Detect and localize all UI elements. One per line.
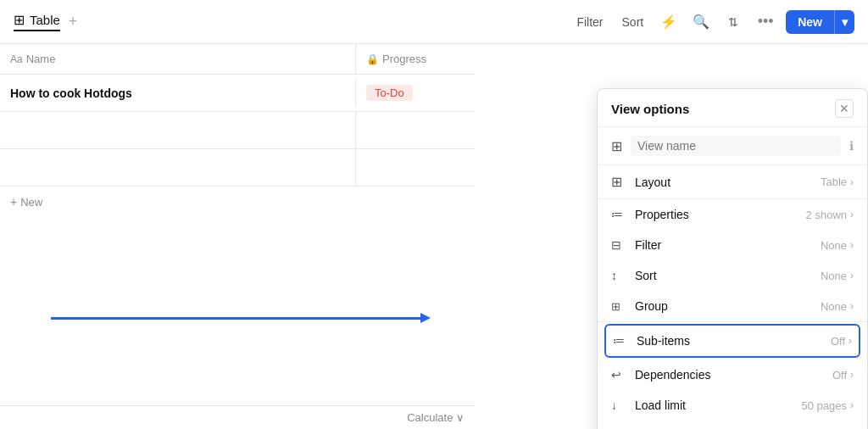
- sort-value: None: [821, 270, 847, 282]
- table-row[interactable]: How to cook Hotdogs To-Do: [0, 75, 475, 112]
- filter-button[interactable]: Filter: [571, 12, 608, 32]
- filter-arrows-icon[interactable]: ⇅: [721, 10, 745, 34]
- group-chevron: ›: [850, 300, 854, 312]
- table-tab[interactable]: ⊞ Table: [14, 12, 60, 31]
- loadlimit-icon: ↓: [611, 398, 635, 412]
- more-options-icon[interactable]: •••: [754, 10, 777, 34]
- panel-header: View options ✕: [598, 89, 867, 127]
- subitems-icon: ≔: [613, 334, 637, 348]
- filter-value: None: [821, 239, 847, 252]
- panel-row-group[interactable]: ⊞ Group None ›: [598, 291, 867, 321]
- dependencies-value: Off: [832, 369, 847, 382]
- panel-row-filter[interactable]: ⊟ Filter None ›: [598, 230, 867, 260]
- group-value: None: [821, 300, 847, 313]
- table-row-empty-2: [0, 149, 475, 187]
- col-header-progress: 🔒 Progress: [356, 44, 475, 74]
- loadlimit-chevron: ›: [850, 399, 854, 411]
- sort-chevron: ›: [850, 270, 854, 281]
- table-row-empty-1: [0, 112, 475, 149]
- row1-progress: To-Do: [356, 78, 475, 108]
- layout-label: Layout: [635, 176, 821, 189]
- table-area: Aa Name 🔒 Progress How to cook Hotdogs T…: [0, 44, 475, 429]
- panel-row-layout[interactable]: ⊞ Layout Table ›: [598, 165, 867, 198]
- subitems-value: Off: [831, 335, 845, 348]
- view-name-input[interactable]: [631, 136, 841, 156]
- panel-row-loadlimit[interactable]: ↓ Load limit 50 pages ›: [598, 390, 867, 421]
- filter-label: Filter: [635, 238, 821, 252]
- loadlimit-value: 50 pages: [802, 399, 848, 412]
- col-header-name: Aa Name: [0, 44, 356, 74]
- filter-chevron: ›: [850, 239, 854, 251]
- todo-badge: To-Do: [366, 85, 413, 101]
- table-header: Aa Name 🔒 Progress: [0, 44, 475, 75]
- lightning-icon[interactable]: ⚡: [657, 10, 681, 34]
- panel-row-sort[interactable]: ↕ Sort None ›: [598, 260, 867, 291]
- table-icon: ⊞: [14, 12, 25, 28]
- group-icon: ⊞: [611, 300, 635, 313]
- properties-label: Properties: [635, 208, 806, 221]
- dependencies-icon: ↩: [611, 368, 635, 382]
- panel-row-automations[interactable]: ⚡ Automations None ›: [598, 421, 867, 429]
- name-type-icon: Aa: [10, 53, 23, 65]
- subitems-label: Sub-items: [637, 334, 831, 348]
- tab-label-text: Table: [30, 13, 60, 27]
- panel-title: View options: [611, 102, 689, 116]
- sort-label: Sort: [635, 269, 821, 282]
- sort-button[interactable]: Sort: [617, 12, 649, 32]
- layout-value: Table: [821, 176, 847, 188]
- toolbar: Filter Sort ⚡ 🔍 ⇅ ••• New ▾: [571, 10, 854, 34]
- panel-row-properties[interactable]: ≔ Properties 2 shown ›: [598, 199, 867, 230]
- group-label: Group: [635, 299, 821, 313]
- view-options-panel: View options ✕ ⊞ ℹ ⊞ Layout Table › ≔ Pr…: [597, 88, 868, 429]
- dependencies-chevron: ›: [850, 369, 854, 381]
- dependencies-label: Dependencies: [635, 368, 832, 382]
- new-row-button[interactable]: + New: [0, 187, 475, 217]
- layout-chevron: ›: [850, 176, 854, 188]
- sort-icon: ↕: [611, 269, 635, 282]
- tab-area: ⊞ Table +: [14, 12, 81, 31]
- properties-chevron: ›: [850, 209, 854, 220]
- panel-row-dependencies[interactable]: ↩ Dependencies Off ›: [598, 359, 867, 390]
- new-button-label: New: [786, 10, 834, 34]
- panel-close-button[interactable]: ✕: [835, 99, 854, 118]
- filter-icon: ⊟: [611, 238, 635, 252]
- search-icon[interactable]: 🔍: [689, 10, 713, 34]
- properties-icon: ≔: [611, 208, 635, 221]
- progress-icon: 🔒: [366, 53, 379, 65]
- layout-icon: ⊞: [611, 174, 635, 190]
- view-name-table-icon: ⊞: [611, 138, 622, 154]
- new-row-plus-icon: +: [10, 195, 17, 209]
- panel-row-subitems[interactable]: ≔ Sub-items Off ›: [604, 324, 860, 358]
- top-bar: ⊞ Table + Filter Sort ⚡ 🔍 ⇅ ••• New ▾: [0, 0, 868, 44]
- new-button-chevron: ▾: [834, 10, 854, 34]
- calculate-row[interactable]: Calculate ∨: [0, 405, 475, 429]
- row1-name: How to cook Hotdogs: [0, 80, 356, 107]
- view-name-info-icon: ℹ: [849, 139, 854, 153]
- subitems-chevron: ›: [849, 335, 852, 347]
- loadlimit-label: Load limit: [635, 398, 802, 412]
- view-name-row: ⊞ ℹ: [598, 127, 867, 165]
- new-button[interactable]: New ▾: [786, 10, 854, 34]
- properties-value: 2 shown: [806, 209, 847, 221]
- add-tab-button[interactable]: +: [65, 13, 81, 31]
